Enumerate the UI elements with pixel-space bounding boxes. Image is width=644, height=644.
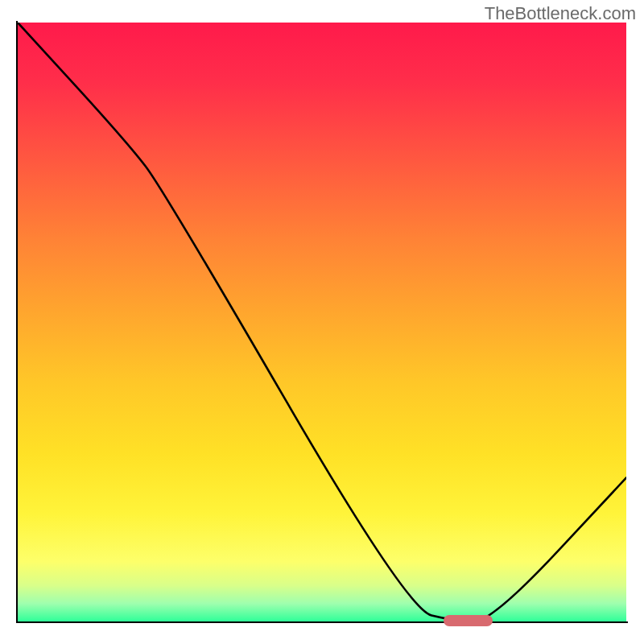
x-axis [16, 621, 628, 623]
curve-path [18, 23, 626, 621]
optimal-marker [444, 615, 492, 626]
bottleneck-curve [18, 23, 626, 621]
chart-container: TheBottleneck.com [0, 0, 644, 644]
watermark-text: TheBottleneck.com [485, 3, 636, 24]
